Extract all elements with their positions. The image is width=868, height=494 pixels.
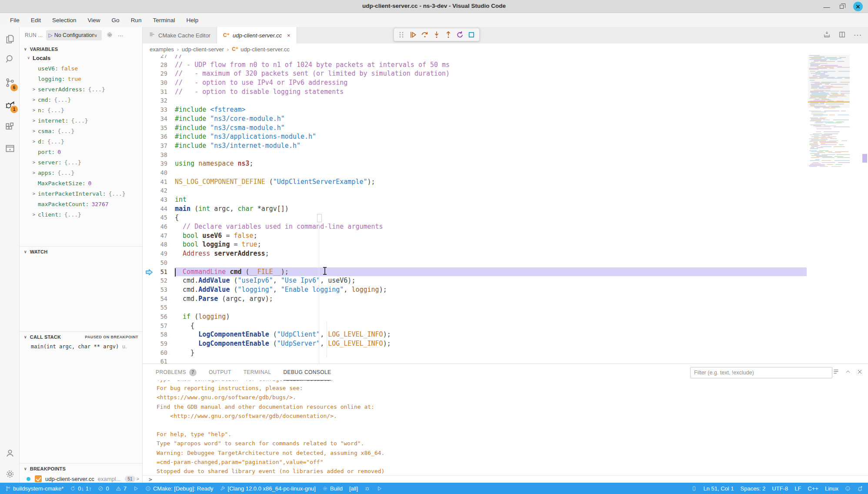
line-number[interactable]: 46 — [143, 222, 167, 231]
code-line-55[interactable]: 55 — [143, 303, 868, 312]
code-line-39[interactable]: 39using namespace ns3; — [143, 159, 868, 168]
line-number[interactable]: 56 — [143, 312, 167, 321]
line-number[interactable]: 50 — [143, 258, 167, 267]
console-filter-input[interactable] — [690, 367, 832, 378]
close-panel-icon[interactable] — [857, 369, 863, 376]
breakpoint-checkbox[interactable] — [35, 475, 42, 482]
tab-terminal[interactable]: TERMINAL — [244, 364, 271, 381]
code-line-47[interactable]: 47 bool useV6 = false; — [143, 231, 868, 240]
status-bug[interactable] — [364, 486, 370, 491]
sidebar-item-panel-view[interactable] — [0, 139, 20, 158]
status-c-[interactable]: C++ — [808, 485, 818, 492]
line-number[interactable]: 27 — [143, 55, 167, 60]
line-number[interactable]: 41 — [143, 177, 167, 187]
line-number[interactable]: 39 — [143, 159, 167, 168]
menu-item-go[interactable]: Go — [107, 15, 124, 25]
line-number[interactable]: 42 — [143, 186, 167, 195]
line-number[interactable]: 57 — [143, 321, 167, 330]
debug-continue-button[interactable] — [408, 30, 418, 40]
line-number[interactable]: 55 — [143, 303, 167, 312]
line-number[interactable]: 32 — [143, 96, 167, 105]
status-linux[interactable]: Linux — [825, 485, 838, 492]
status-error[interactable]: 0 — [98, 485, 109, 492]
split-editor-icon[interactable] — [838, 31, 846, 40]
code-line-46[interactable]: 46 // Declare variables used in command-… — [143, 222, 868, 231]
code-line-27[interactable]: 27// — [143, 55, 868, 60]
code-line-40[interactable]: 40 — [143, 168, 868, 177]
code-line-37[interactable]: 37#include "ns3/internet-module.h" — [143, 141, 868, 150]
code-line-51[interactable]: 51 CommandLine cmd (__FILE__); — [143, 267, 868, 277]
maximize-panel-icon[interactable] — [845, 369, 851, 376]
line-number[interactable]: 34 — [143, 114, 167, 124]
code-line-49[interactable]: 49 Address serverAddress; — [143, 249, 868, 258]
menu-item-terminal[interactable]: Terminal — [148, 15, 180, 25]
status-spaces-2[interactable]: Spaces: 2 — [741, 485, 766, 492]
variable-row-serverAddress[interactable]: >serverAddress:{...} — [20, 84, 143, 94]
tab-problems[interactable]: PROBLEMS 7 — [156, 364, 197, 381]
line-number[interactable]: 61 — [143, 357, 167, 364]
call-stack-frame[interactable]: main(int argc, char ** argv) u. — [20, 341, 143, 352]
code-line-53[interactable]: 53 cmd.AddValue ("logging", "Enable logg… — [143, 285, 868, 294]
variable-row-csma[interactable]: >csma:{...} — [20, 126, 143, 136]
line-number[interactable]: 44 — [143, 204, 167, 214]
line-number[interactable]: 48 — [143, 240, 167, 249]
close-window-button[interactable]: ✕ — [853, 2, 863, 11]
status-info[interactable]: CMake: [Debug]: Ready — [145, 485, 214, 492]
line-number[interactable]: 36 — [143, 132, 167, 141]
code-line-48[interactable]: 48 bool logging = true; — [143, 240, 868, 249]
debug-console-output[interactable]: Type "show configuration" for configurat… — [143, 381, 868, 475]
watch-section-header[interactable]: ∨ WATCH — [20, 247, 143, 257]
code-line-45[interactable]: 45{ — [143, 213, 868, 222]
status-warning[interactable]: 7 — [116, 485, 127, 492]
code-editor[interactable]: 27//28// - UDP flow from n0 to n1 of 102… — [143, 55, 868, 364]
sidebar-item-explorer[interactable] — [0, 30, 20, 49]
code-line-42[interactable]: 42 — [143, 186, 868, 195]
code-line-57[interactable]: 57 { — [143, 321, 868, 330]
code-line-60[interactable]: 60 } — [143, 348, 868, 357]
code-line-61[interactable]: 61 — [143, 357, 868, 364]
variable-row-client[interactable]: >client:{...} — [20, 209, 143, 220]
tab-cmake-cache-editor[interactable]: CMake Cache Editor — [143, 27, 217, 43]
tab-udp-client-server[interactable]: C⁺ udp-client-server.cc × — [217, 27, 297, 43]
code-line-35[interactable]: 35#include "ns3/csma-module.h" — [143, 124, 868, 133]
code-line-36[interactable]: 36#include "ns3/applications-module.h" — [143, 132, 868, 141]
menu-item-run[interactable]: Run — [126, 15, 147, 25]
sidebar-item-extensions[interactable] — [0, 117, 20, 137]
status-wrench[interactable]: [Clang 12.0.0 x86_64-pc-linux-gnu] — [220, 485, 316, 492]
debug-step-out-button[interactable] — [443, 30, 454, 40]
variable-row-apps[interactable]: >apps:{...} — [20, 167, 143, 178]
status-remote[interactable] — [691, 486, 697, 491]
code-line-33[interactable]: 33#include <fstream> — [143, 105, 868, 114]
code-line-32[interactable]: 32 — [143, 96, 868, 105]
code-line-34[interactable]: 34#include "ns3/core-module.h" — [143, 114, 868, 124]
line-number[interactable]: 53 — [143, 285, 167, 294]
breadcrumb-folder[interactable]: udp-client-server — [182, 46, 224, 53]
line-number[interactable]: 59 — [143, 339, 167, 348]
line-number[interactable]: 58 — [143, 330, 167, 339]
variable-row-server[interactable]: >server:{...} — [20, 157, 143, 167]
toolbar-drag-grip[interactable] — [396, 30, 407, 40]
line-number[interactable]: 40 — [143, 168, 167, 177]
line-number[interactable]: 52 — [143, 276, 167, 285]
code-line-30[interactable]: 30// - option to use IPv4 or IPv6 addres… — [143, 78, 868, 87]
run-below-icon[interactable] — [823, 31, 831, 40]
status-sync[interactable]: 0↓ 1↑ — [70, 485, 91, 492]
more-actions-icon[interactable]: ··· — [854, 31, 862, 39]
status-branch[interactable]: buildsystem-cmake* — [5, 485, 63, 492]
status-debug-start[interactable] — [133, 486, 139, 491]
status--all-[interactable]: [all] — [349, 485, 358, 492]
restore-button[interactable] — [837, 2, 846, 11]
variable-row-cmd[interactable]: >cmd:{...} — [20, 94, 143, 105]
variable-row-d[interactable]: >d:{...} — [20, 136, 143, 147]
debug-stop-button[interactable] — [466, 30, 477, 40]
code-line-54[interactable]: 54 cmd.Parse (argc, argv); — [143, 294, 868, 304]
menu-item-edit[interactable]: Edit — [26, 15, 46, 25]
status-gear[interactable]: Build — [322, 485, 343, 492]
debug-step-into-button[interactable] — [431, 30, 442, 40]
tab-output[interactable]: OUTPUT — [209, 364, 231, 381]
line-number[interactable]: 31 — [143, 87, 167, 97]
line-number[interactable]: 47 — [143, 231, 167, 240]
variable-row-port[interactable]: port:0 — [20, 147, 143, 157]
status-feedback[interactable] — [845, 486, 851, 491]
variable-row-internet[interactable]: >internet:{...} — [20, 115, 143, 126]
